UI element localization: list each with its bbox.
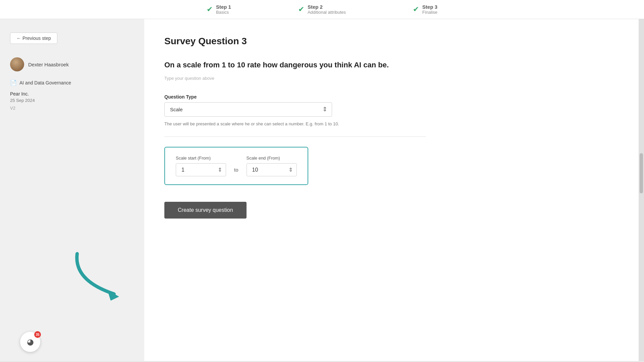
step2-title: Step 2: [308, 4, 346, 10]
question-type-wrapper: Scale Text Multiple Choice Yes/No ⇕: [164, 102, 332, 117]
step3-subtitle: Finalise: [422, 10, 437, 15]
scale-end-group: Scale end (From) 12345 678910 ⇕: [247, 156, 297, 176]
scale-end-wrapper: 12345 678910 ⇕: [247, 163, 297, 176]
scale-start-group: Scale start (From) 12345 678910 ⇕: [176, 156, 226, 176]
user-row: Dexter Haasbroek: [10, 57, 134, 71]
scrollbar-area: [639, 19, 644, 361]
question-type-label: Question Type: [164, 94, 619, 100]
avatar-image: [10, 57, 24, 71]
document-row: 📄 AI and Data Governance: [10, 79, 134, 86]
document-icon: 📄: [10, 79, 17, 86]
previous-step-button[interactable]: ← Previous step: [10, 33, 57, 44]
step-1: ✔ Step 1 Basics: [207, 4, 231, 15]
step3-title: Step 3: [422, 4, 437, 10]
step1-title: Step 1: [216, 4, 231, 10]
svg-marker-0: [107, 290, 119, 301]
scale-box: Scale start (From) 12345 678910 ⇕ to Sca…: [164, 147, 308, 185]
version: V2: [10, 106, 134, 111]
step2-check-icon: ✔: [298, 5, 304, 14]
chat-icon: ◕: [27, 337, 34, 347]
arrow-decoration: [67, 247, 134, 301]
scale-start-select[interactable]: 12345 678910: [176, 163, 226, 176]
step-2: ✔ Step 2 Additional attributes: [298, 4, 346, 15]
divider: [164, 136, 426, 137]
step3-check-icon: ✔: [413, 5, 419, 14]
question-placeholder-hint: Type your question above: [164, 76, 619, 81]
chat-badge-count: 35: [34, 331, 41, 338]
scale-end-label: Scale end (From): [247, 156, 297, 161]
step1-subtitle: Basics: [216, 10, 231, 15]
content-area: Survey Question 3 On a scale from 1 to 1…: [144, 19, 639, 361]
step1-check-icon: ✔: [207, 5, 213, 14]
scale-start-wrapper: 12345 678910 ⇕: [176, 163, 226, 176]
step-3: ✔ Step 3 Finalise: [413, 4, 437, 15]
question-text: On a scale from 1 to 10 rate how dangero…: [164, 60, 426, 70]
sidebar: ← Previous step Dexter Haasbroek 📄 AI an…: [0, 19, 144, 361]
username: Dexter Haasbroek: [28, 62, 69, 67]
date: 25 Sep 2024: [10, 98, 134, 103]
scale-end-select[interactable]: 12345 678910: [247, 163, 297, 176]
scrollbar-thumb[interactable]: [640, 153, 643, 193]
question-type-select[interactable]: Scale Text Multiple Choice Yes/No: [164, 102, 332, 117]
create-survey-question-button[interactable]: Create survey question: [164, 202, 247, 219]
scale-start-label: Scale start (From): [176, 156, 226, 161]
page-title: Survey Question 3: [164, 36, 619, 47]
company-name: Pear Inc.: [10, 91, 134, 97]
helper-text: The user will be presented a scale where…: [164, 121, 399, 126]
avatar: [10, 57, 24, 71]
stepper: ✔ Step 1 Basics ✔ Step 2 Additional attr…: [0, 0, 644, 19]
document-name: AI and Data Governance: [19, 80, 71, 85]
chat-widget[interactable]: 35 ◕: [20, 332, 40, 352]
to-label: to: [234, 167, 238, 173]
main-layout: ← Previous step Dexter Haasbroek 📄 AI an…: [0, 19, 644, 361]
step2-subtitle: Additional attributes: [308, 10, 346, 15]
